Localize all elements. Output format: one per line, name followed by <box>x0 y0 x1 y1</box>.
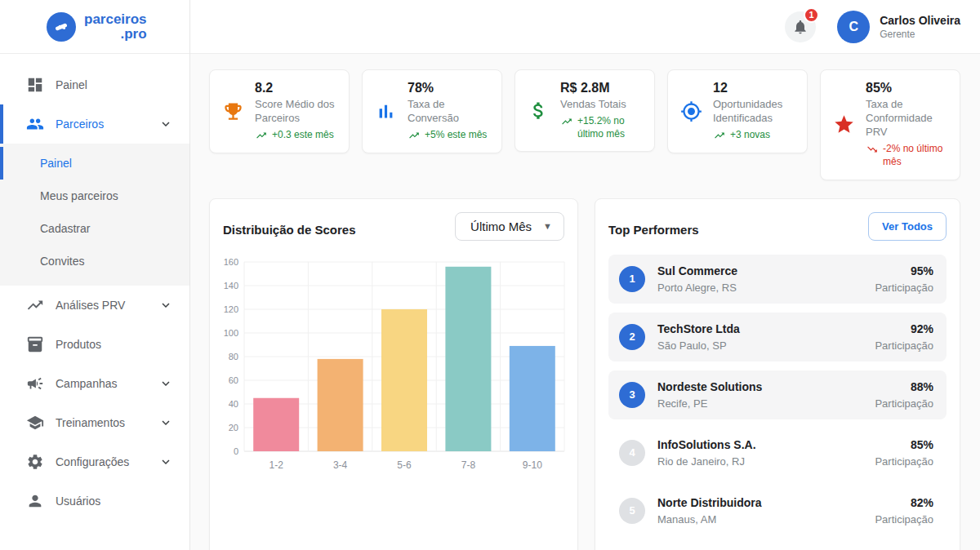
kpi-card-taxa-de-conformidade-prv: 85%Taxa de Conformidade PRV-2% no último… <box>820 69 960 180</box>
performer-location: Recife, PE <box>657 397 862 410</box>
bar-1-2[interactable] <box>253 397 299 450</box>
chevron-down-icon <box>158 376 173 391</box>
star-icon <box>833 113 855 135</box>
brand-logo[interactable]: parceiros .pro <box>0 0 189 54</box>
kpi-label: Score Médio dos Parceiros <box>255 97 336 125</box>
performer-row-sul-commerce[interactable]: 1Sul CommercePorto Alegre, RS95%Particip… <box>608 255 947 304</box>
chart-title: Distribuição de Scores <box>223 216 356 237</box>
notifications-button[interactable]: 1 <box>785 11 816 42</box>
notification-badge: 1 <box>804 7 819 23</box>
kpi-trend-text: -2% no último mês <box>883 143 947 168</box>
handshake-icon <box>47 12 76 42</box>
performer-value: 95% <box>875 264 933 277</box>
performers-title: Top Performers <box>608 216 699 237</box>
bar-3-4[interactable] <box>318 359 363 451</box>
user-icon <box>26 492 44 510</box>
sidebar-subitem-cadastrar[interactable]: Cadastrar <box>0 212 189 245</box>
sidebar-item-usuarios[interactable]: Usuários <box>0 481 189 521</box>
performer-name: Nordeste Solutions <box>657 380 862 393</box>
people-icon <box>26 115 44 133</box>
kpi-cards: 8.2Score Médio dos Parceiros+0.3 este mê… <box>209 69 960 180</box>
bar-chart-icon <box>375 100 397 122</box>
user-role: Gerente <box>880 29 960 40</box>
sidebar-subitem-meus-parceiros[interactable]: Meus parceiros <box>0 180 189 212</box>
x-axis-label: 1-2 <box>270 459 284 471</box>
performer-row-techstore-ltda[interactable]: 2TechStore LtdaSão Paulo, SP92%Participa… <box>608 313 947 361</box>
inventory-icon <box>26 335 44 353</box>
performer-name: Sul Commerce <box>657 264 862 277</box>
score-distribution-chart: 0204060801001201401601-23-45-67-89-10 <box>223 259 564 479</box>
sidebar-item-label: Parceiros <box>56 118 158 131</box>
sidebar-item-produtos[interactable]: Produtos <box>0 325 189 364</box>
performer-metric-label: Participação <box>875 455 933 468</box>
performer-value: 85% <box>875 438 933 451</box>
sidebar-item-campanhas[interactable]: Campanhas <box>0 364 189 403</box>
kpi-value: 8.2 <box>255 81 336 95</box>
performer-row-nordeste-solutions[interactable]: 3Nordeste SolutionsRecife, PE88%Particip… <box>608 370 947 419</box>
top-performers-card: Top Performers Ver Todos 1Sul CommercePo… <box>595 198 960 550</box>
x-axis-label: 9-10 <box>523 459 542 471</box>
bar-7-8[interactable] <box>445 266 491 450</box>
kpi-trend: +0.3 este mês <box>255 129 336 142</box>
trending-up-icon <box>713 130 726 141</box>
sidebar-item-parceiros[interactable]: Parceiros <box>0 104 189 144</box>
performer-value: 82% <box>875 496 933 509</box>
sidebar-item-label: Treinamentos <box>56 416 158 429</box>
performer-row-norte-distribuidora[interactable]: 5Norte DistribuidoraManaus, AM82%Partici… <box>608 486 947 535</box>
performer-value: 88% <box>875 380 933 393</box>
bar-9-10[interactable] <box>510 346 555 451</box>
rank-badge: 2 <box>619 324 645 350</box>
y-axis-tick: 60 <box>229 375 238 385</box>
sidebar-item-label: Produtos <box>56 338 173 351</box>
sidebar-item-painel[interactable]: Painel <box>0 65 189 104</box>
y-axis-tick: 40 <box>229 399 238 409</box>
performer-location: Manaus, AM <box>657 513 862 526</box>
chevron-down-icon <box>158 415 173 430</box>
kpi-trend-text: +5% este mês <box>425 129 487 142</box>
sidebar-item-analises-prv[interactable]: Análises PRV <box>0 286 189 325</box>
sidebar-item-label: Campanhas <box>56 377 158 390</box>
y-axis-tick: 20 <box>229 423 238 432</box>
main-area: 1 C Carlos Oliveira Gerente 8.2Score Méd… <box>190 0 980 550</box>
kpi-label: Oportunidades Identificadas <box>713 97 795 125</box>
y-axis-tick: 160 <box>224 259 238 267</box>
top-header: 1 C Carlos Oliveira Gerente <box>190 0 980 54</box>
target-icon <box>680 100 702 122</box>
x-axis-label: 3-4 <box>333 459 348 471</box>
dollar-icon <box>528 100 550 122</box>
trending-up-icon <box>255 130 268 141</box>
sidebar-subitem-painel[interactable]: Painel <box>0 147 189 180</box>
performer-metric-label: Participação <box>875 282 933 294</box>
performer-name: TechStore Ltda <box>657 322 862 335</box>
kpi-card-oportunidades-identificadas: 12Oportunidades Identificadas+3 novas <box>667 69 808 153</box>
view-all-button[interactable]: Ver Todos <box>868 212 947 241</box>
sidebar-subitem-convites[interactable]: Convites <box>0 245 189 277</box>
performer-metric-label: Participação <box>875 339 933 352</box>
performer-name: InfoSolutions S.A. <box>657 438 862 451</box>
sidebar-item-label: Configurações <box>56 455 158 468</box>
kpi-trend-text: +0.3 este mês <box>272 129 334 142</box>
score-distribution-card: Distribuição de Scores Último Mês ▼ 0204… <box>209 198 578 550</box>
gear-icon <box>26 453 44 471</box>
x-axis-label: 5-6 <box>397 459 412 471</box>
performers-list: 1Sul CommercePorto Alegre, RS95%Particip… <box>608 255 947 535</box>
user-menu[interactable]: C Carlos Oliveira Gerente <box>837 11 960 43</box>
chevron-down-icon: ▼ <box>543 221 552 231</box>
trending-up-icon <box>408 130 421 141</box>
sidebar-item-label: Painel <box>56 78 173 91</box>
kpi-trend: +3 novas <box>713 129 795 142</box>
performer-metric-label: Participação <box>875 513 933 526</box>
rank-badge: 3 <box>619 382 645 408</box>
performer-row-infosolutions-s-a[interactable]: 4InfoSolutions S.A.Rio de Janeiro, RJ85%… <box>608 428 947 477</box>
kpi-value: R$ 2.8M <box>560 81 642 95</box>
y-axis-tick: 80 <box>229 352 238 361</box>
sidebar-item-treinamentos[interactable]: Treinamentos <box>0 403 189 442</box>
bar-5-6[interactable] <box>381 309 427 451</box>
rank-badge: 4 <box>619 440 645 466</box>
performer-location: Rio de Janeiro, RJ <box>657 455 862 468</box>
sidebar-item-configuracoes[interactable]: Configurações <box>0 442 189 481</box>
period-filter-dropdown[interactable]: Último Mês ▼ <box>455 212 564 241</box>
kpi-trend: +15.2% no último mês <box>560 115 642 140</box>
y-axis-tick: 120 <box>224 304 238 314</box>
performer-name: Norte Distribuidora <box>657 496 862 509</box>
